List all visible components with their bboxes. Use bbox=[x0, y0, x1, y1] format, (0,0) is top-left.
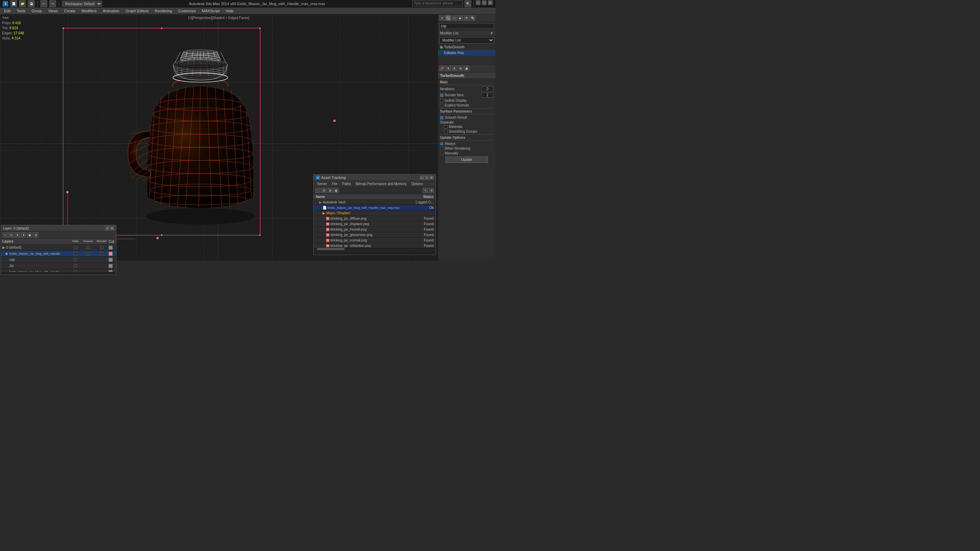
modifier-turbosmooth[interactable]: TurboSmooth bbox=[438, 44, 495, 50]
iterations-input[interactable] bbox=[482, 86, 493, 92]
layer-estilo-freeze-check[interactable] bbox=[86, 252, 90, 256]
asset-tb-btn4[interactable]: ▦ bbox=[334, 188, 339, 193]
layer-row-estilo2[interactable]: Estilo_Mason_Jar_Mug_with_Handle bbox=[1, 269, 116, 272]
asset-help-btn[interactable]: ? bbox=[423, 188, 428, 193]
asset-maximize-btn[interactable]: □ bbox=[425, 176, 429, 179]
layer-cap-swatch[interactable] bbox=[108, 258, 113, 262]
search-btn[interactable]: 🔍 bbox=[465, 0, 471, 7]
layer-estilo2-hide[interactable] bbox=[69, 270, 81, 272]
redo-icon[interactable]: ↪ bbox=[49, 0, 56, 7]
save-icon[interactable]: 💾 bbox=[28, 0, 35, 7]
utilities-icon-btn[interactable]: 🔩 bbox=[470, 15, 476, 21]
layer-estilo-render-check[interactable] bbox=[100, 252, 103, 256]
menu-tools[interactable]: Tools bbox=[14, 8, 28, 14]
layer-0-hide-check[interactable] bbox=[74, 246, 77, 249]
menu-animation[interactable]: Animation bbox=[100, 8, 122, 14]
layer-estilo2-swatch[interactable] bbox=[108, 270, 113, 272]
layer-estilo-swatch[interactable] bbox=[108, 252, 113, 256]
layer-row-cap[interactable]: cap bbox=[1, 257, 116, 263]
asset-menu-server[interactable]: Server bbox=[315, 182, 329, 186]
load-icon-btn[interactable]: ⬆ bbox=[445, 66, 451, 71]
asset-menu-options[interactable]: Options bbox=[409, 182, 425, 186]
layer-estilo-hide[interactable] bbox=[69, 252, 81, 256]
pin-icon-btn[interactable]: 📌 bbox=[439, 66, 445, 71]
asset-settings-btn[interactable]: ⚙ bbox=[429, 188, 434, 193]
materials-checkbox[interactable] bbox=[444, 125, 447, 129]
menu-modifiers[interactable]: Modifiers bbox=[79, 8, 99, 14]
minimize-button[interactable]: — bbox=[476, 0, 480, 5]
menu-create[interactable]: Create bbox=[61, 8, 78, 14]
asset-tb-btn3[interactable]: ⊞ bbox=[327, 188, 333, 193]
layer-estilo-freeze[interactable] bbox=[81, 252, 95, 256]
layers-settings-btn[interactable]: ⚙ bbox=[33, 232, 38, 238]
smoothing-groups-checkbox[interactable] bbox=[444, 130, 447, 133]
asset-minimize-btn[interactable]: — bbox=[420, 176, 424, 179]
asset-row-refraction[interactable]: 🖼 drinking_jar_refraction.png Found bbox=[314, 243, 436, 247]
save-modifier-btn[interactable]: ⬇ bbox=[452, 66, 457, 71]
layers-close-btn[interactable]: ✕ bbox=[110, 226, 114, 230]
layer-0-freeze-check[interactable] bbox=[86, 246, 90, 249]
hierarchy-icon-btn[interactable]: ⬡ bbox=[452, 15, 457, 21]
configure-btn[interactable]: ⚙ bbox=[458, 66, 463, 71]
menu-edit[interactable]: Edit bbox=[2, 8, 13, 14]
maximize-button[interactable]: □ bbox=[482, 0, 487, 5]
layer-row-0[interactable]: ▶ 0 (default) bbox=[1, 245, 116, 251]
asset-row-glossiness[interactable]: 🖼 drinking_jar_glossiness.png Found bbox=[314, 232, 436, 238]
layer-cap-hide-check[interactable] bbox=[74, 258, 77, 262]
when-rendering-radio[interactable] bbox=[440, 147, 443, 150]
render-iters-checkbox[interactable] bbox=[440, 94, 443, 97]
modifier-editable-poly[interactable]: Editable Poly bbox=[438, 50, 495, 56]
asset-scrollbar[interactable] bbox=[314, 247, 436, 250]
asset-row-normal[interactable]: 🖼 drinking_jar_normal.png Found bbox=[314, 238, 436, 243]
smooth-result-checkbox[interactable] bbox=[440, 116, 443, 119]
layer-row-estilo[interactable]: ▶ Estilo_Mason_Jar_Mug_with_Handle bbox=[1, 251, 116, 257]
layers-delete-btn[interactable]: ✕ bbox=[8, 232, 14, 238]
manually-radio[interactable] bbox=[440, 152, 443, 155]
layers-move-down-btn[interactable]: ⬇ bbox=[21, 232, 26, 238]
asset-tb-btn2[interactable]: ☰ bbox=[321, 188, 327, 193]
layer-jar-hide-check[interactable] bbox=[74, 264, 77, 268]
motion-icon-btn[interactable]: ▶ bbox=[458, 15, 463, 21]
object-name-input[interactable] bbox=[439, 23, 494, 29]
layers-move-btn[interactable]: ⬆ bbox=[14, 232, 20, 238]
layer-estilo-color[interactable] bbox=[108, 252, 115, 256]
menu-customize[interactable]: Customize bbox=[176, 8, 199, 14]
layer-jar-swatch[interactable] bbox=[108, 264, 113, 268]
asset-close-btn[interactable]: ✕ bbox=[430, 176, 434, 179]
menu-help[interactable]: Help bbox=[223, 8, 237, 14]
layers-help-btn[interactable]: ? bbox=[105, 226, 109, 230]
menu-maxscript[interactable]: MAXScript bbox=[199, 8, 223, 14]
always-radio[interactable] bbox=[440, 142, 443, 146]
layer-jar-hide[interactable] bbox=[69, 264, 81, 268]
menu-graph-editors[interactable]: Graph Editors bbox=[123, 8, 151, 14]
asset-scroll-thumb[interactable] bbox=[317, 248, 344, 250]
menu-rendering[interactable]: Rendering bbox=[152, 8, 175, 14]
layer-estilo-render[interactable] bbox=[95, 252, 108, 256]
layer-cap-hide[interactable] bbox=[69, 258, 81, 262]
open-file-icon[interactable]: 📂 bbox=[19, 0, 26, 7]
layer-estilo2-hide-check[interactable] bbox=[74, 270, 77, 272]
menu-views[interactable]: Views bbox=[45, 8, 60, 14]
layer-0-color[interactable] bbox=[108, 246, 115, 250]
asset-menu-file[interactable]: File bbox=[330, 182, 339, 186]
create-icon-btn[interactable]: ✦ bbox=[439, 15, 445, 21]
undo-icon[interactable]: ↩ bbox=[40, 0, 47, 7]
layer-estilo-hide-check[interactable] bbox=[74, 252, 77, 256]
search-input[interactable] bbox=[412, 0, 463, 6]
update-button[interactable]: Update bbox=[445, 156, 488, 163]
layer-0-hide[interactable] bbox=[69, 246, 81, 249]
asset-row-displace[interactable]: 🖼 drinking_jar_displace.png Found bbox=[314, 221, 436, 227]
layers-select-btn[interactable]: ◼ bbox=[27, 232, 32, 238]
turbosmooth-header[interactable]: TurboSmooth bbox=[438, 73, 495, 79]
asset-menu-paths[interactable]: Paths bbox=[340, 182, 353, 186]
workspace-dropdown[interactable]: Workspace: Default bbox=[62, 1, 102, 7]
asset-row-diffuse[interactable]: 🖼 drinking_jar_diffuse.png Found bbox=[314, 216, 436, 221]
modify-icon-btn active[interactable]: 🔧 bbox=[445, 15, 451, 21]
render-iters-input[interactable] bbox=[482, 92, 493, 98]
menu-group[interactable]: Group bbox=[29, 8, 45, 14]
layer-estilo2-color[interactable] bbox=[108, 270, 115, 272]
layer-0-swatch[interactable] bbox=[108, 246, 113, 250]
layers-scrollbar[interactable] bbox=[1, 272, 116, 275]
asset-tb-btn1[interactable]: ⬛ bbox=[315, 188, 321, 193]
asset-row-fresnel[interactable]: 🖼 drinking_jar_fresnel.png Found bbox=[314, 227, 436, 232]
